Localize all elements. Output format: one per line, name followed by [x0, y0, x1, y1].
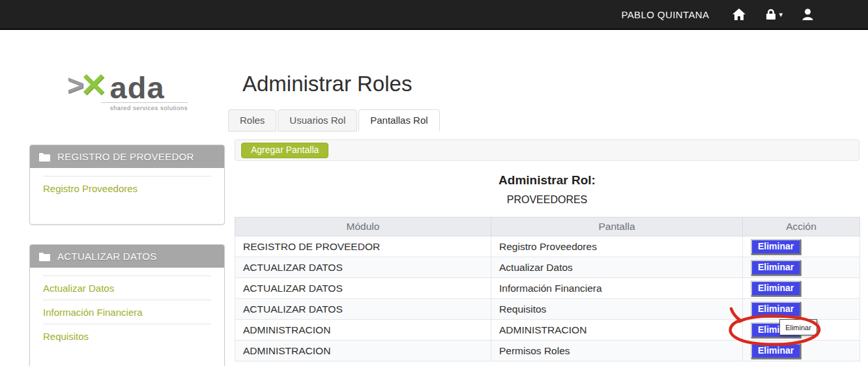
ada-logo: > ✕ ada shared services solutions [67, 68, 188, 111]
column-header-modulo: Módulo [235, 218, 491, 236]
tab-bar: Roles Usuarios Rol Pantallas Rol [228, 109, 440, 132]
eliminar-button[interactable]: Eliminar [751, 281, 801, 296]
logo-brand-text: ada [110, 76, 165, 100]
logo-chevron-mark: > [67, 69, 80, 101]
table-toolbar: Agregar Pantalla [235, 139, 860, 161]
cell-pantalla: ADMINISTRACION [491, 320, 743, 341]
sidebar-item-registro-proveedores[interactable]: Registro Proveedores [43, 176, 211, 200]
folder-icon [39, 152, 50, 162]
topbar-username: PABLO QUINTANA [621, 9, 709, 20]
role-heading-title: Administrar Rol: [235, 173, 860, 188]
agregar-pantalla-button[interactable]: Agregar Pantalla [241, 143, 328, 158]
user-icon[interactable] [802, 8, 813, 20]
logo-x-mark: ✕ [80, 67, 104, 104]
lock-icon [765, 8, 777, 20]
tab-roles[interactable]: Roles [228, 109, 276, 132]
logo-tagline: shared services solutions [101, 102, 188, 111]
table-row: ACTUALIZAR DATOS Información Financiera … [235, 278, 860, 299]
pantallas-rol-table: Módulo Pantalla Acción REGISTRO DE PROVE… [235, 217, 860, 361]
sidebar-item-informacion-financiera[interactable]: Información Financiera [43, 300, 211, 324]
folder-icon [39, 252, 50, 261]
cell-pantalla: Permisos Roles [491, 341, 743, 361]
cell-modulo: REGISTRO DE PROVEEDOR [235, 236, 491, 257]
panel-header: ACTUALIZAR DATOS [30, 245, 224, 268]
sidebar-item-actualizar-datos[interactable]: Actualizar Datos [43, 275, 211, 300]
tab-pantallas-rol[interactable]: Pantallas Rol [358, 109, 439, 132]
sidebar-panel-registro-de-proveedor: REGISTRO DE PROVEEDOR Registro Proveedor… [29, 145, 225, 225]
eliminar-button[interactable]: Eliminar [751, 302, 801, 317]
column-header-pantalla: Pantalla [491, 218, 743, 236]
panel-title: REGISTRO DE PROVEEDOR [57, 151, 194, 162]
panel-header: REGISTRO DE PROVEEDOR [30, 145, 224, 168]
table-row: ADMINISTRACION ADMINISTRACION Eliminar [235, 320, 860, 341]
home-icon[interactable] [732, 8, 745, 20]
role-heading-subtitle: PROVEEDORES [235, 194, 860, 206]
cell-modulo: ACTUALIZAR DATOS [235, 257, 491, 278]
caret-down-icon: ▾ [779, 11, 783, 18]
tab-usuarios-rol[interactable]: Usuarios Rol [278, 109, 357, 132]
sidebar-item-requisitos[interactable]: Requisitos [43, 324, 211, 348]
topbar: PABLO QUINTANA ▾ [0, 0, 868, 30]
sidebar-panel-actualizar-datos: ACTUALIZAR DATOS Actualizar Datos Inform… [29, 244, 225, 366]
page-title: Administrar Roles [242, 72, 412, 96]
table-row: ACTUALIZAR DATOS Actualizar Datos Elimin… [235, 257, 860, 278]
panel-title: ACTUALIZAR DATOS [57, 251, 157, 262]
table-row: ACTUALIZAR DATOS Requisitos Eliminar [235, 299, 860, 320]
eliminar-button[interactable]: Eliminar [751, 260, 801, 275]
eliminar-button[interactable]: Eliminar [751, 343, 801, 359]
cell-modulo: ADMINISTRACION [235, 341, 491, 361]
cell-pantalla: Información Financiera [491, 278, 743, 299]
table-row: ADMINISTRACION Permisos Roles Eliminar [235, 341, 860, 361]
cell-modulo: ACTUALIZAR DATOS [235, 299, 491, 320]
cell-modulo: ADMINISTRACION [235, 320, 491, 341]
table-row: REGISTRO DE PROVEEDOR Registro Proveedor… [235, 236, 860, 257]
eliminar-button[interactable]: Eliminar [751, 239, 801, 255]
column-header-accion: Acción [743, 218, 860, 236]
table-header-row: Módulo Pantalla Acción [235, 218, 860, 236]
cell-modulo: ACTUALIZAR DATOS [235, 278, 491, 299]
cell-pantalla: Actualizar Datos [491, 257, 743, 278]
role-heading: Administrar Rol: PROVEEDORES [235, 173, 860, 206]
cell-pantalla: Requisitos [491, 299, 743, 320]
cell-pantalla: Registro Proveedores [491, 236, 743, 257]
eliminar-tooltip: Eliminar [779, 319, 817, 335]
lock-menu-button[interactable]: ▾ [765, 8, 783, 20]
